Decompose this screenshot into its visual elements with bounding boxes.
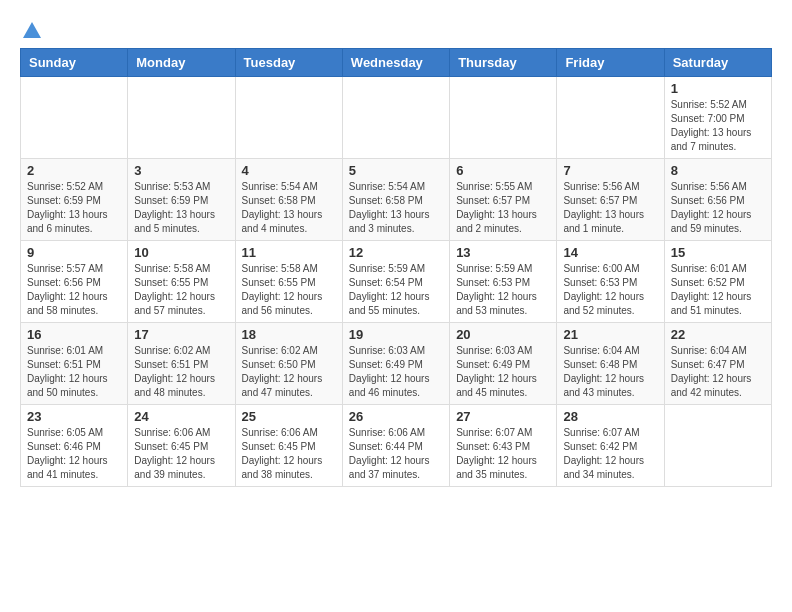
logo: [20, 20, 44, 38]
calendar-day-cell: 17Sunrise: 6:02 AM Sunset: 6:51 PM Dayli…: [128, 323, 235, 405]
day-number: 15: [671, 245, 765, 260]
day-of-week-header: Tuesday: [235, 49, 342, 77]
day-info: Sunrise: 5:59 AM Sunset: 6:54 PM Dayligh…: [349, 262, 443, 318]
day-info: Sunrise: 6:02 AM Sunset: 6:51 PM Dayligh…: [134, 344, 228, 400]
day-info: Sunrise: 5:56 AM Sunset: 6:56 PM Dayligh…: [671, 180, 765, 236]
calendar-day-cell: 24Sunrise: 6:06 AM Sunset: 6:45 PM Dayli…: [128, 405, 235, 487]
day-number: 10: [134, 245, 228, 260]
calendar-day-cell: [557, 77, 664, 159]
day-info: Sunrise: 6:05 AM Sunset: 6:46 PM Dayligh…: [27, 426, 121, 482]
day-number: 16: [27, 327, 121, 342]
calendar-day-cell: 27Sunrise: 6:07 AM Sunset: 6:43 PM Dayli…: [450, 405, 557, 487]
calendar-day-cell: 8Sunrise: 5:56 AM Sunset: 6:56 PM Daylig…: [664, 159, 771, 241]
calendar-day-cell: [450, 77, 557, 159]
day-number: 19: [349, 327, 443, 342]
day-number: 12: [349, 245, 443, 260]
day-number: 24: [134, 409, 228, 424]
day-info: Sunrise: 6:01 AM Sunset: 6:51 PM Dayligh…: [27, 344, 121, 400]
day-number: 14: [563, 245, 657, 260]
calendar-day-cell: 7Sunrise: 5:56 AM Sunset: 6:57 PM Daylig…: [557, 159, 664, 241]
day-number: 6: [456, 163, 550, 178]
day-info: Sunrise: 5:54 AM Sunset: 6:58 PM Dayligh…: [242, 180, 336, 236]
day-info: Sunrise: 5:52 AM Sunset: 6:59 PM Dayligh…: [27, 180, 121, 236]
day-info: Sunrise: 5:58 AM Sunset: 6:55 PM Dayligh…: [242, 262, 336, 318]
calendar-day-cell: 28Sunrise: 6:07 AM Sunset: 6:42 PM Dayli…: [557, 405, 664, 487]
day-number: 26: [349, 409, 443, 424]
calendar-day-cell: [664, 405, 771, 487]
calendar: SundayMondayTuesdayWednesdayThursdayFrid…: [20, 48, 772, 487]
day-info: Sunrise: 5:54 AM Sunset: 6:58 PM Dayligh…: [349, 180, 443, 236]
day-info: Sunrise: 5:52 AM Sunset: 7:00 PM Dayligh…: [671, 98, 765, 154]
day-info: Sunrise: 5:53 AM Sunset: 6:59 PM Dayligh…: [134, 180, 228, 236]
day-info: Sunrise: 5:58 AM Sunset: 6:55 PM Dayligh…: [134, 262, 228, 318]
calendar-day-cell: 1Sunrise: 5:52 AM Sunset: 7:00 PM Daylig…: [664, 77, 771, 159]
calendar-day-cell: [235, 77, 342, 159]
day-info: Sunrise: 5:56 AM Sunset: 6:57 PM Dayligh…: [563, 180, 657, 236]
day-number: 2: [27, 163, 121, 178]
day-number: 21: [563, 327, 657, 342]
calendar-day-cell: 2Sunrise: 5:52 AM Sunset: 6:59 PM Daylig…: [21, 159, 128, 241]
day-number: 5: [349, 163, 443, 178]
day-info: Sunrise: 6:00 AM Sunset: 6:53 PM Dayligh…: [563, 262, 657, 318]
day-number: 3: [134, 163, 228, 178]
day-info: Sunrise: 5:59 AM Sunset: 6:53 PM Dayligh…: [456, 262, 550, 318]
day-of-week-header: Sunday: [21, 49, 128, 77]
day-number: 1: [671, 81, 765, 96]
day-info: Sunrise: 6:01 AM Sunset: 6:52 PM Dayligh…: [671, 262, 765, 318]
day-of-week-header: Monday: [128, 49, 235, 77]
day-number: 25: [242, 409, 336, 424]
calendar-day-cell: 13Sunrise: 5:59 AM Sunset: 6:53 PM Dayli…: [450, 241, 557, 323]
day-number: 7: [563, 163, 657, 178]
day-info: Sunrise: 6:06 AM Sunset: 6:45 PM Dayligh…: [134, 426, 228, 482]
day-number: 8: [671, 163, 765, 178]
calendar-week-row: 9Sunrise: 5:57 AM Sunset: 6:56 PM Daylig…: [21, 241, 772, 323]
day-number: 13: [456, 245, 550, 260]
svg-marker-0: [23, 22, 41, 38]
day-number: 27: [456, 409, 550, 424]
day-info: Sunrise: 5:55 AM Sunset: 6:57 PM Dayligh…: [456, 180, 550, 236]
calendar-day-cell: 6Sunrise: 5:55 AM Sunset: 6:57 PM Daylig…: [450, 159, 557, 241]
calendar-week-row: 1Sunrise: 5:52 AM Sunset: 7:00 PM Daylig…: [21, 77, 772, 159]
calendar-day-cell: 19Sunrise: 6:03 AM Sunset: 6:49 PM Dayli…: [342, 323, 449, 405]
calendar-day-cell: 9Sunrise: 5:57 AM Sunset: 6:56 PM Daylig…: [21, 241, 128, 323]
calendar-day-cell: [128, 77, 235, 159]
calendar-week-row: 16Sunrise: 6:01 AM Sunset: 6:51 PM Dayli…: [21, 323, 772, 405]
day-info: Sunrise: 6:04 AM Sunset: 6:47 PM Dayligh…: [671, 344, 765, 400]
calendar-day-cell: 11Sunrise: 5:58 AM Sunset: 6:55 PM Dayli…: [235, 241, 342, 323]
day-info: Sunrise: 6:04 AM Sunset: 6:48 PM Dayligh…: [563, 344, 657, 400]
calendar-day-cell: 21Sunrise: 6:04 AM Sunset: 6:48 PM Dayli…: [557, 323, 664, 405]
calendar-day-cell: 22Sunrise: 6:04 AM Sunset: 6:47 PM Dayli…: [664, 323, 771, 405]
day-number: 9: [27, 245, 121, 260]
calendar-day-cell: [21, 77, 128, 159]
day-number: 23: [27, 409, 121, 424]
calendar-day-cell: 16Sunrise: 6:01 AM Sunset: 6:51 PM Dayli…: [21, 323, 128, 405]
calendar-day-cell: 5Sunrise: 5:54 AM Sunset: 6:58 PM Daylig…: [342, 159, 449, 241]
day-info: Sunrise: 6:02 AM Sunset: 6:50 PM Dayligh…: [242, 344, 336, 400]
calendar-day-cell: 25Sunrise: 6:06 AM Sunset: 6:45 PM Dayli…: [235, 405, 342, 487]
calendar-day-cell: 12Sunrise: 5:59 AM Sunset: 6:54 PM Dayli…: [342, 241, 449, 323]
day-number: 4: [242, 163, 336, 178]
calendar-day-cell: 23Sunrise: 6:05 AM Sunset: 6:46 PM Dayli…: [21, 405, 128, 487]
logo-text: [20, 20, 44, 38]
calendar-day-cell: 10Sunrise: 5:58 AM Sunset: 6:55 PM Dayli…: [128, 241, 235, 323]
day-of-week-header: Thursday: [450, 49, 557, 77]
day-info: Sunrise: 5:57 AM Sunset: 6:56 PM Dayligh…: [27, 262, 121, 318]
day-info: Sunrise: 6:03 AM Sunset: 6:49 PM Dayligh…: [456, 344, 550, 400]
day-number: 18: [242, 327, 336, 342]
day-number: 28: [563, 409, 657, 424]
day-info: Sunrise: 6:07 AM Sunset: 6:43 PM Dayligh…: [456, 426, 550, 482]
calendar-header-row: SundayMondayTuesdayWednesdayThursdayFrid…: [21, 49, 772, 77]
page-header: [20, 20, 772, 38]
day-info: Sunrise: 6:07 AM Sunset: 6:42 PM Dayligh…: [563, 426, 657, 482]
day-number: 11: [242, 245, 336, 260]
day-of-week-header: Saturday: [664, 49, 771, 77]
calendar-day-cell: 3Sunrise: 5:53 AM Sunset: 6:59 PM Daylig…: [128, 159, 235, 241]
calendar-day-cell: 26Sunrise: 6:06 AM Sunset: 6:44 PM Dayli…: [342, 405, 449, 487]
calendar-day-cell: [342, 77, 449, 159]
calendar-week-row: 23Sunrise: 6:05 AM Sunset: 6:46 PM Dayli…: [21, 405, 772, 487]
day-number: 20: [456, 327, 550, 342]
day-number: 22: [671, 327, 765, 342]
day-info: Sunrise: 6:06 AM Sunset: 6:45 PM Dayligh…: [242, 426, 336, 482]
day-info: Sunrise: 6:06 AM Sunset: 6:44 PM Dayligh…: [349, 426, 443, 482]
calendar-week-row: 2Sunrise: 5:52 AM Sunset: 6:59 PM Daylig…: [21, 159, 772, 241]
